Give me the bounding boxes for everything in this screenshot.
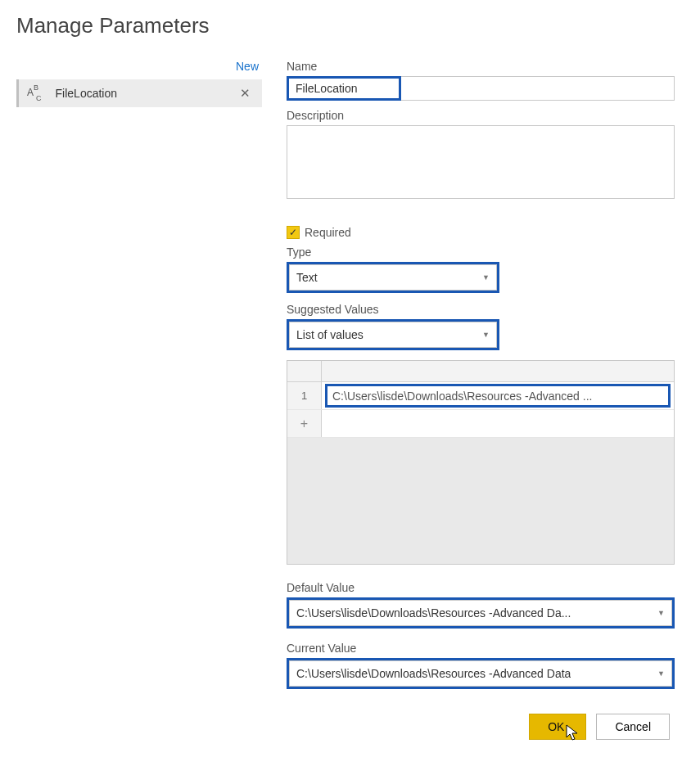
current-value-text: C:\Users\lisde\Downloads\Resources -Adva… bbox=[296, 667, 571, 680]
type-select[interactable]: Text ▼ bbox=[289, 264, 497, 291]
description-input[interactable] bbox=[287, 125, 675, 199]
required-label: Required bbox=[305, 226, 351, 239]
ok-button[interactable]: OK bbox=[529, 714, 586, 740]
type-value: Text bbox=[296, 271, 318, 284]
required-checkbox[interactable]: ✓ bbox=[287, 226, 300, 239]
grid-empty-cell bbox=[322, 410, 674, 437]
new-parameter-link[interactable]: New bbox=[16, 55, 262, 79]
suggested-values-value: List of values bbox=[296, 328, 364, 341]
cancel-button[interactable]: Cancel bbox=[596, 714, 670, 740]
grid-row-number: 1 bbox=[287, 382, 322, 409]
grid-add-row[interactable]: + bbox=[287, 410, 674, 438]
default-value-label: Default Value bbox=[287, 581, 675, 594]
parameter-form: Name FileLocation Description ✓ Required… bbox=[287, 55, 675, 689]
description-label: Description bbox=[287, 109, 675, 122]
parameter-sidebar: New ABC FileLocation ✕ bbox=[16, 55, 262, 689]
chevron-down-icon: ▼ bbox=[482, 331, 490, 339]
grid-header-cell bbox=[322, 361, 674, 381]
delete-parameter-icon[interactable]: ✕ bbox=[237, 84, 254, 102]
cursor-icon bbox=[566, 724, 580, 742]
suggested-values-select[interactable]: List of values ▼ bbox=[289, 322, 497, 348]
values-grid: 1 C:\Users\lisde\Downloads\Resources -Ad… bbox=[287, 360, 675, 565]
parameter-item-label: FileLocation bbox=[56, 87, 237, 100]
dialog-footer: OK Cancel bbox=[16, 714, 675, 740]
name-label: Name bbox=[287, 60, 675, 73]
type-label: Type bbox=[287, 246, 675, 259]
chevron-down-icon: ▼ bbox=[482, 273, 490, 282]
chevron-down-icon: ▼ bbox=[657, 669, 665, 678]
grid-corner bbox=[287, 361, 322, 381]
default-value-select[interactable]: C:\Users\lisde\Downloads\Resources -Adva… bbox=[289, 600, 672, 626]
parameter-list-item[interactable]: ABC FileLocation ✕ bbox=[16, 79, 262, 107]
grid-value-cell[interactable]: C:\Users\lisde\Downloads\Resources -Adva… bbox=[325, 384, 671, 408]
suggested-values-label: Suggested Values bbox=[287, 303, 675, 316]
text-type-icon: ABC bbox=[27, 86, 44, 100]
chevron-down-icon: ▼ bbox=[657, 609, 665, 617]
add-row-icon[interactable]: + bbox=[287, 410, 322, 437]
default-value-text: C:\Users\lisde\Downloads\Resources -Adva… bbox=[296, 606, 571, 620]
name-input[interactable]: FileLocation bbox=[296, 82, 358, 95]
dialog-title: Manage Parameters bbox=[16, 13, 675, 38]
grid-row[interactable]: 1 C:\Users\lisde\Downloads\Resources -Ad… bbox=[287, 382, 674, 410]
current-value-label: Current Value bbox=[287, 642, 675, 655]
current-value-select[interactable]: C:\Users\lisde\Downloads\Resources -Adva… bbox=[289, 660, 672, 687]
ok-label: OK bbox=[548, 720, 564, 733]
